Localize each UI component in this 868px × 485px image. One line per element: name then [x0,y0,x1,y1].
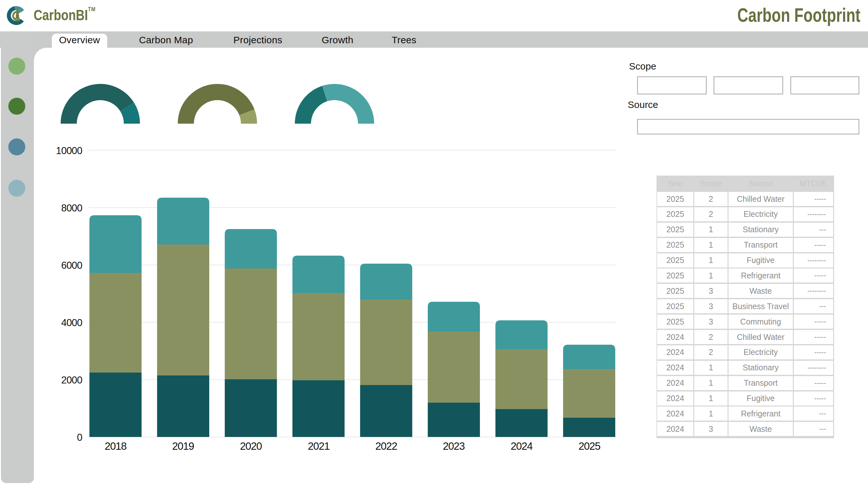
svg-text:2025: 2025 [579,440,600,452]
svg-text:2021: 2021 [308,440,330,452]
svg-text:8000: 8000 [61,202,82,214]
svg-text:6000: 6000 [61,260,82,271]
svg-text:2022: 2022 [375,440,397,452]
svg-text:10000: 10000 [56,145,83,156]
svg-text:2023: 2023 [443,440,465,452]
svg-text:2000: 2000 [61,374,82,386]
svg-text:2020: 2020 [240,440,262,452]
svg-text:2019: 2019 [172,440,194,452]
svg-text:4000: 4000 [61,317,82,329]
svg-text:2018: 2018 [104,440,126,452]
svg-text:0: 0 [77,432,83,443]
svg-text:2024: 2024 [510,440,533,452]
